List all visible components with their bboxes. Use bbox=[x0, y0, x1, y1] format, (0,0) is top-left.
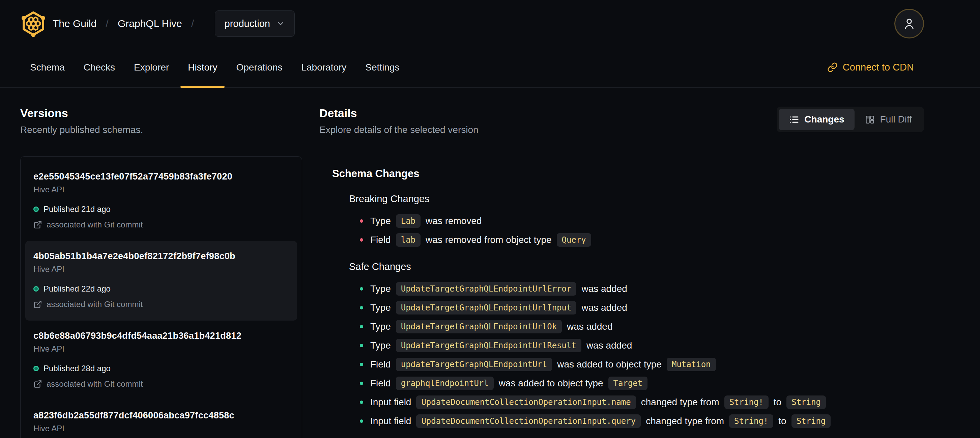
breadcrumb: The Guild / GraphQL Hive / production bbox=[52, 10, 295, 37]
code-chip: UpdateTargetGraphQLEndpointUrlResult bbox=[396, 339, 581, 352]
git-commit-link[interactable]: associated with Git commit bbox=[33, 379, 289, 389]
external-link-icon bbox=[33, 220, 42, 229]
change-text: to bbox=[773, 397, 781, 408]
code-chip: graphqlEndpointUrl bbox=[396, 377, 494, 390]
safe-changes-title: Safe Changes bbox=[349, 261, 924, 272]
change-description: TypeLabwas removed bbox=[370, 214, 482, 228]
graphql-hive-app: The Guild / GraphQL Hive / production Sc… bbox=[0, 0, 980, 438]
change-bullet-icon bbox=[360, 419, 363, 423]
change-text: Type bbox=[370, 340, 391, 351]
change-bullet-icon bbox=[360, 287, 363, 290]
details-panel: Details Explore details of the selected … bbox=[319, 107, 924, 432]
top-bar: The Guild / GraphQL Hive / production bbox=[0, 0, 980, 47]
tab-explorer[interactable]: Explorer bbox=[124, 47, 178, 88]
change-sections: Breaking ChangesTypeLabwas removedFieldl… bbox=[332, 193, 924, 429]
change-text: was added to object type bbox=[557, 359, 662, 370]
version-service: Hive API bbox=[33, 185, 289, 194]
change-row: TypeUpdateTargetGraphQLEndpointUrlErrorw… bbox=[360, 281, 924, 296]
tab-settings[interactable]: Settings bbox=[356, 47, 409, 88]
version-card[interactable]: 4b05ab51b1b4a7e2e4b0ef82172f2b9f7ef98c0b… bbox=[25, 241, 297, 320]
safe-changes-list: TypeUpdateTargetGraphQLEndpointUrlErrorw… bbox=[332, 281, 924, 429]
view-toggle-changes[interactable]: Changes bbox=[779, 109, 854, 130]
tab-operations[interactable]: Operations bbox=[227, 47, 292, 88]
change-text: Type bbox=[370, 321, 391, 332]
change-description: Input fieldUpdateDocumentCollectionOpera… bbox=[370, 395, 826, 409]
change-text: was removed bbox=[426, 216, 482, 226]
code-chip: Lab bbox=[396, 214, 420, 228]
view-mode-toggle: ChangesFull Diff bbox=[776, 107, 924, 132]
breadcrumb-project[interactable]: GraphQL Hive bbox=[118, 18, 182, 29]
view-toggle-label: Changes bbox=[804, 114, 844, 125]
version-list: e2e55045345ce13fe07f52a77459b83fa3fe7020… bbox=[20, 156, 302, 438]
nav-row: SchemaChecksExplorerHistoryOperationsLab… bbox=[0, 47, 980, 88]
tab-schema[interactable]: Schema bbox=[21, 47, 74, 88]
change-text: was added bbox=[567, 321, 612, 332]
breadcrumb-org[interactable]: The Guild bbox=[52, 18, 97, 29]
git-commit-link[interactable]: associated with Git commit bbox=[33, 220, 289, 229]
breadcrumb-separator: / bbox=[105, 18, 108, 30]
schema-changes-section: Schema Changes Breaking ChangesTypeLabwa… bbox=[332, 168, 924, 429]
version-card[interactable]: a823f6db2a55df877dcf406006abca97fcc4858c… bbox=[25, 400, 297, 438]
columns-icon bbox=[865, 115, 875, 125]
hive-logo-icon[interactable] bbox=[20, 10, 46, 37]
change-text: was added bbox=[587, 340, 632, 351]
change-description: Fieldlabwas removed from object typeQuer… bbox=[370, 233, 591, 247]
list-icon bbox=[789, 115, 799, 125]
published-dot-icon bbox=[33, 286, 39, 291]
schema-changes-title: Schema Changes bbox=[332, 168, 924, 180]
version-service: Hive API bbox=[33, 344, 289, 354]
code-chip: UpdateTargetGraphQLEndpointUrlInput bbox=[396, 301, 577, 314]
version-status: Published 28d ago bbox=[33, 364, 289, 373]
user-icon bbox=[902, 16, 916, 31]
tab-checks[interactable]: Checks bbox=[74, 47, 124, 88]
change-text: Type bbox=[370, 284, 391, 294]
change-bullet-icon bbox=[360, 401, 363, 404]
target-selector-dropdown[interactable]: production bbox=[215, 10, 295, 37]
change-row: TypeLabwas removed bbox=[360, 213, 924, 229]
tab-laboratory[interactable]: Laboratory bbox=[292, 47, 356, 88]
git-commit-text: associated with Git commit bbox=[46, 220, 143, 229]
view-toggle-full-diff[interactable]: Full Diff bbox=[854, 109, 922, 130]
target-selector-value: production bbox=[224, 18, 270, 29]
details-heading-group: Details Explore details of the selected … bbox=[319, 107, 479, 135]
versions-title: Versions bbox=[20, 107, 302, 120]
details-title: Details bbox=[319, 107, 479, 120]
version-hash: c8b6e88a06793b9c4dfd54aaa21b36a1b421d812 bbox=[33, 331, 289, 341]
tab-history[interactable]: History bbox=[178, 47, 227, 88]
version-card[interactable]: e2e55045345ce13fe07f52a77459b83fa3fe7020… bbox=[25, 161, 297, 241]
details-header: Details Explore details of the selected … bbox=[319, 107, 924, 135]
change-text: was removed from object type bbox=[426, 234, 552, 245]
versions-subtitle: Recently published schemas. bbox=[20, 124, 302, 135]
user-avatar[interactable] bbox=[894, 9, 924, 38]
code-chip: UpdateDocumentCollectionOperationInput.q… bbox=[416, 414, 641, 428]
breadcrumb-separator: / bbox=[191, 18, 194, 30]
connect-to-cdn-button[interactable]: Connect to CDN bbox=[827, 47, 914, 88]
code-chip: UpdateDocumentCollectionOperationInput.n… bbox=[416, 395, 636, 409]
code-chip: String bbox=[791, 414, 831, 428]
version-status-text: Published 28d ago bbox=[43, 364, 111, 373]
change-text: Input field bbox=[370, 416, 411, 427]
code-chip: lab bbox=[396, 233, 420, 247]
change-text: Field bbox=[370, 359, 391, 370]
change-row: Input fieldUpdateDocumentCollectionOpera… bbox=[360, 395, 924, 410]
breaking-changes-list: TypeLabwas removedFieldlabwas removed fr… bbox=[332, 213, 924, 248]
change-bullet-icon bbox=[360, 306, 363, 309]
link-icon bbox=[827, 62, 838, 73]
change-description: TypeUpdateTargetGraphQLEndpointUrlErrorw… bbox=[370, 282, 627, 296]
change-description: TypeUpdateTargetGraphQLEndpointUrlOkwas … bbox=[370, 320, 613, 333]
nav-tabs: SchemaChecksExplorerHistoryOperationsLab… bbox=[21, 47, 409, 88]
version-service: Hive API bbox=[33, 264, 289, 274]
git-commit-link[interactable]: associated with Git commit bbox=[33, 299, 289, 309]
version-status: Published 22d ago bbox=[33, 284, 289, 293]
change-text: changed type from bbox=[646, 416, 724, 427]
change-row: FieldgraphqlEndpointUrlwas added to obje… bbox=[360, 376, 924, 391]
change-text: was added bbox=[581, 284, 627, 294]
change-bullet-icon bbox=[360, 238, 363, 242]
change-bullet-icon bbox=[360, 219, 363, 223]
version-hash: a823f6db2a55df877dcf406006abca97fcc4858c bbox=[33, 410, 289, 421]
content: Versions Recently published schemas. e2e… bbox=[0, 88, 980, 438]
change-text: Field bbox=[370, 378, 391, 389]
change-description: FieldgraphqlEndpointUrlwas added to obje… bbox=[370, 377, 648, 390]
external-link-icon bbox=[33, 380, 42, 389]
version-card[interactable]: c8b6e88a06793b9c4dfd54aaa21b36a1b421d812… bbox=[25, 320, 297, 400]
